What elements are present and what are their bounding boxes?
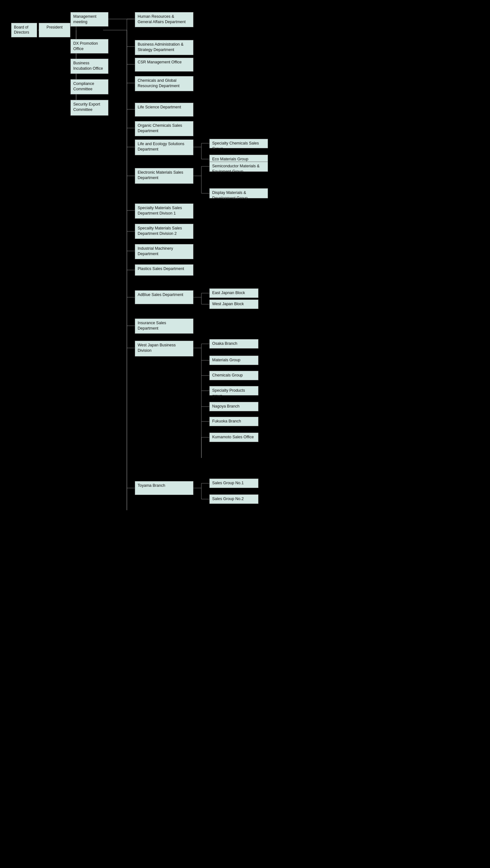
compliance-committee: ComplianceCommittee	[70, 79, 109, 94]
business-incubation-office: BusinessIncubation Office	[70, 59, 109, 74]
specialty-products-group: Specialty Products group	[209, 386, 258, 396]
management-meeting: Managementmeeting	[70, 12, 109, 27]
biz-admin-strategy-dept: Business Administration &Strategy Depart…	[135, 40, 194, 55]
president: President	[39, 23, 70, 37]
org-chart: Board ofDirectors President Managementme…	[6, 6, 484, 868]
dx-promotion-office: DX PromotionOffice	[70, 39, 109, 54]
plastics-sales-dept: Plastics Sales Department	[135, 264, 194, 276]
security-export-committee: Security ExportCommittee	[70, 100, 109, 116]
sales-group-1: Sales Group No.1	[209, 478, 258, 488]
organic-chemicals-sales-dept: Organic Chemicals SalesDepartment	[135, 121, 194, 136]
industrial-machinery-dept: Industrial MachineryDepartment	[135, 244, 194, 259]
specialty-materials-sales-dept-2: Specailty Materials SalesDepartment Divi…	[135, 224, 194, 239]
chart-container: Board ofDirectors President Managementme…	[9, 9, 485, 865]
adblue-sales-dept: AdBlue Sales Department	[135, 290, 194, 304]
csr-management-office: CSR Management Office	[135, 58, 194, 72]
hr-general-affairs-dept: Human Resources &General Affairs Departm…	[135, 12, 194, 27]
board-of-directors: Board ofDirectors	[11, 23, 37, 37]
west-japan-biz-division: West Japan BusinessDivision	[135, 341, 194, 356]
west-japan-block: West Japan Block	[209, 300, 258, 309]
fukuoka-branch: Fukuoka Branch	[209, 417, 258, 426]
semiconductor-materials-group: Semiconductor Materials &Equipment Group	[209, 162, 268, 172]
life-science-dept: Life Science Department	[135, 103, 194, 117]
kumamoto-sales-office: Kumamoto Sales Office	[209, 433, 258, 442]
insurance-sales-dept: Insurance SalesDepartment	[135, 318, 194, 334]
nagoya-branch: Nagoya Branch	[209, 402, 258, 411]
toyama-branch: Toyama Branch	[135, 481, 194, 495]
display-materials-group: Display Materials &Development Group	[209, 188, 268, 198]
materials-group: Materials Group	[209, 355, 258, 365]
specialty-materials-sales-dept-1: Specialty Materials SalesDepartment Divi…	[135, 204, 194, 219]
east-japan-block: East Japnan Block	[209, 288, 258, 298]
sales-group-2: Sales Group No.2	[209, 494, 258, 504]
electronic-materials-sales-dept: Electronic Materials SalesDepartment	[135, 168, 194, 184]
specialty-chemicals-sales-group: Specialty Chemicals Sales Group	[209, 139, 268, 148]
chemicals-group: Chemicals Group	[209, 371, 258, 380]
osaka-branch: Osaka Branch	[209, 339, 258, 349]
chemicals-global-resourcing-dept: Chemicals and GlobalResourcing Departmen…	[135, 76, 194, 91]
life-ecology-solutions-dept: Life and Ecology SolutionsDepartment	[135, 140, 194, 155]
